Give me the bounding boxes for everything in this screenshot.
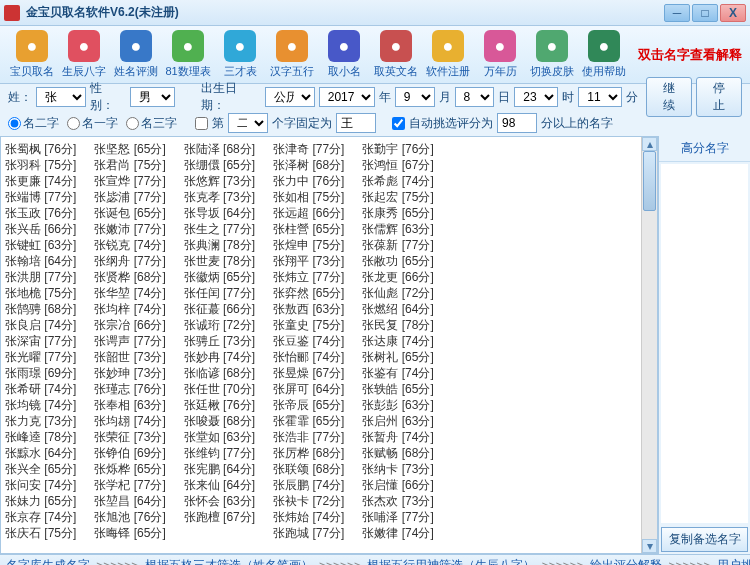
name-item[interactable]: 张毖浦 [77分]	[94, 189, 165, 205]
name-item[interactable]: 张黥水 [64分]	[5, 445, 76, 461]
name-item[interactable]: 张翔平 [73分]	[273, 253, 344, 269]
name-item[interactable]: 张羽科 [75分]	[5, 157, 76, 173]
name-item[interactable]: 张韶世 [73分]	[94, 349, 165, 365]
name-item[interactable]: 张妙冉 [74分]	[184, 349, 255, 365]
name-item[interactable]: 张良启 [74分]	[5, 317, 76, 333]
name-item[interactable]: 张更廉 [74分]	[5, 173, 76, 189]
name-item[interactable]: 张力克 [73分]	[5, 413, 76, 429]
scroll-up-icon[interactable]: ▴	[642, 137, 657, 151]
name-item[interactable]: 张骋丘 [73分]	[184, 333, 255, 349]
name-item[interactable]: 张弈然 [65分]	[273, 285, 344, 301]
name-item[interactable]: 张悠辉 [73分]	[184, 173, 255, 189]
name-item[interactable]: 张晦铎 [65分]	[94, 525, 165, 541]
name-item[interactable]: 张坚怒 [65分]	[94, 141, 165, 157]
name-item[interactable]: 张峰逵 [78分]	[5, 429, 76, 445]
name-item[interactable]: 张怡郦 [74分]	[273, 349, 344, 365]
toolbar-9[interactable]: ●万年历	[474, 28, 526, 81]
name-item[interactable]: 张帝辰 [65分]	[273, 397, 344, 413]
radio-3char[interactable]: 名三字	[126, 115, 177, 132]
toolbar-2[interactable]: ●姓名评测	[110, 28, 162, 81]
name-item[interactable]: 张浩非 [77分]	[273, 429, 344, 445]
name-item[interactable]: 张谔声 [77分]	[94, 333, 165, 349]
name-item[interactable]: 张诞包 [65分]	[94, 205, 165, 221]
name-item[interactable]: 张玉政 [76分]	[5, 205, 76, 221]
name-item[interactable]: 张燃绍 [64分]	[362, 301, 433, 317]
name-item[interactable]: 张兴全 [65分]	[5, 461, 76, 477]
name-item[interactable]: 张杰欢 [73分]	[362, 493, 433, 509]
name-item[interactable]: 张起宏 [75分]	[362, 189, 433, 205]
name-item[interactable]: 张征蕞 [66分]	[184, 301, 255, 317]
calendar-select[interactable]: 公历	[265, 87, 315, 107]
year-select[interactable]: 2017	[319, 87, 375, 107]
name-item[interactable]: 张袂卡 [72分]	[273, 493, 344, 509]
close-button[interactable]: X	[720, 4, 746, 22]
name-item[interactable]: 张民复 [78分]	[362, 317, 433, 333]
name-item[interactable]: 张联颂 [68分]	[273, 461, 344, 477]
name-item[interactable]: 张瑾志 [76分]	[94, 381, 165, 397]
name-item[interactable]: 张启懂 [66分]	[362, 477, 433, 493]
name-item[interactable]: 张宣烨 [77分]	[94, 173, 165, 189]
name-item[interactable]: 张轶皓 [65分]	[362, 381, 433, 397]
name-item[interactable]: 张维钧 [77分]	[184, 445, 255, 461]
name-item[interactable]: 张光曜 [77分]	[5, 349, 76, 365]
name-item[interactable]: 张导坂 [64分]	[184, 205, 255, 221]
name-item[interactable]: 张树礼 [65分]	[362, 349, 433, 365]
name-item[interactable]: 张任闰 [77分]	[184, 285, 255, 301]
fix-pos-select[interactable]: 二	[228, 113, 268, 133]
name-item[interactable]: 张柱營 [65分]	[273, 221, 344, 237]
name-item[interactable]: 张均梓 [74分]	[94, 301, 165, 317]
name-item[interactable]: 张达康 [74分]	[362, 333, 433, 349]
name-item[interactable]: 张荣征 [73分]	[94, 429, 165, 445]
name-item[interactable]: 张徽炳 [65分]	[184, 269, 255, 285]
name-item[interactable]: 张宪鹏 [64分]	[184, 461, 255, 477]
name-item[interactable]: 张洪朋 [77分]	[5, 269, 76, 285]
name-item[interactable]: 张辰鹏 [74分]	[273, 477, 344, 493]
name-item[interactable]: 张宗冶 [66分]	[94, 317, 165, 333]
toolbar-10[interactable]: ●切换皮肤	[526, 28, 578, 81]
radio-2char[interactable]: 名二字	[8, 115, 59, 132]
name-item[interactable]: 张克孝 [73分]	[184, 189, 255, 205]
name-item[interactable]: 张嫩沛 [77分]	[94, 221, 165, 237]
name-item[interactable]: 张希研 [74分]	[5, 381, 76, 397]
name-item[interactable]: 张京存 [74分]	[5, 509, 76, 525]
name-item[interactable]: 张津奇 [77分]	[273, 141, 344, 157]
name-item[interactable]: 张华堃 [74分]	[94, 285, 165, 301]
scrollbar[interactable]: ▴ ▾	[641, 137, 657, 553]
minimize-button[interactable]: ─	[664, 4, 690, 22]
name-item[interactable]: 张仙彪 [72分]	[362, 285, 433, 301]
name-item[interactable]: 张问安 [74分]	[5, 477, 76, 493]
name-item[interactable]: 张铮伯 [69分]	[94, 445, 165, 461]
name-item[interactable]: 张炜始 [74分]	[273, 509, 344, 525]
fix-checkbox[interactable]	[195, 117, 208, 130]
name-item[interactable]: 张来仙 [64分]	[184, 477, 255, 493]
auto-checkbox[interactable]	[392, 117, 405, 130]
name-item[interactable]: 张昱燥 [67分]	[273, 365, 344, 381]
day-select[interactable]: 8	[455, 87, 495, 107]
name-item[interactable]: 张厉桦 [68分]	[273, 445, 344, 461]
name-item[interactable]: 张临谚 [68分]	[184, 365, 255, 381]
name-item[interactable]: 张廷楸 [76分]	[184, 397, 255, 413]
name-item[interactable]: 张龙更 [66分]	[362, 269, 433, 285]
toolbar-5[interactable]: ●汉字五行	[266, 28, 318, 81]
name-item[interactable]: 张翰培 [64分]	[5, 253, 76, 269]
name-item[interactable]: 张锐克 [74分]	[94, 237, 165, 253]
name-item[interactable]: 张嫩律 [74分]	[362, 525, 433, 541]
surname-select[interactable]: 张	[36, 87, 86, 107]
name-item[interactable]: 张鹄骋 [68分]	[5, 301, 76, 317]
name-item[interactable]: 张蜀枫 [76分]	[5, 141, 76, 157]
toolbar-6[interactable]: ●取小名	[318, 28, 370, 81]
name-item[interactable]: 张雨璟 [69分]	[5, 365, 76, 381]
name-item[interactable]: 张希彪 [74分]	[362, 173, 433, 189]
scroll-down-icon[interactable]: ▾	[642, 539, 657, 553]
name-item[interactable]: 张诚珩 [72分]	[184, 317, 255, 333]
name-item[interactable]: 张儒辉 [63分]	[362, 221, 433, 237]
name-item[interactable]: 张暂舟 [74分]	[362, 429, 433, 445]
fix-char-input[interactable]	[336, 113, 376, 133]
name-item[interactable]: 张鉴有 [74分]	[362, 365, 433, 381]
name-item[interactable]: 张堃昌 [64分]	[94, 493, 165, 509]
name-item[interactable]: 张唆聂 [68分]	[184, 413, 255, 429]
name-item[interactable]: 张绷儇 [65分]	[184, 157, 255, 173]
name-item[interactable]: 张康秀 [65分]	[362, 205, 433, 221]
name-item[interactable]: 张屏可 [64分]	[273, 381, 344, 397]
name-item[interactable]: 张贤桦 [68分]	[94, 269, 165, 285]
